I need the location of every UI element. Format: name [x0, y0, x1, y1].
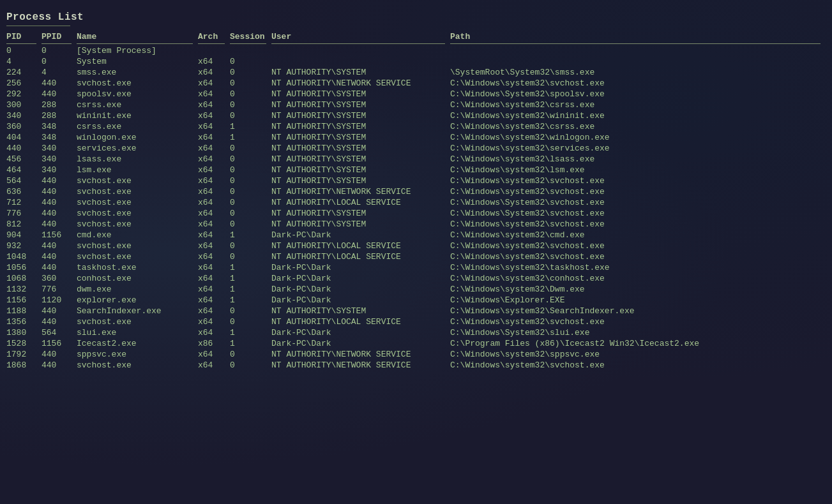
cell-ppid: 440 [42, 316, 77, 327]
cell-user: NT AUTHORITY\NETWORK SERVICE [271, 349, 450, 360]
title-divider [6, 26, 70, 26]
cell-arch: x64 [198, 284, 230, 295]
cell-pid: 1792 [6, 349, 42, 360]
cell-user: NT AUTHORITY\SYSTEM [271, 143, 450, 154]
cell-name: winlogon.exe [77, 132, 198, 143]
cell-path: C:\Windows\system32\svchost.exe [450, 241, 826, 251]
table-row: 1068360conhost.exex641Dark-PC\DarkC:\Win… [6, 273, 826, 284]
cell-arch: x64 [198, 360, 230, 371]
cell-ppid: 440 [42, 78, 77, 89]
col-header-ppid: PPID [42, 31, 77, 45]
cell-user: NT AUTHORITY\SYSTEM [271, 154, 450, 165]
cell-ppid: 440 [42, 186, 77, 197]
cell-ppid: 340 [42, 165, 77, 175]
table-row: 1380564slui.exex641Dark-PC\DarkC:\Window… [6, 327, 826, 338]
cell-user: NT AUTHORITY\NETWORK SERVICE [271, 360, 450, 371]
cell-name: spoolsv.exe [77, 89, 198, 100]
cell-pid: 404 [6, 132, 42, 143]
cell-path: C:\Windows\system32\SearchIndexer.exe [450, 306, 826, 316]
cell-session [230, 45, 271, 56]
cell-ppid: 440 [42, 208, 77, 219]
col-header-pid: PID [6, 31, 42, 45]
cell-pid: 224 [6, 67, 42, 78]
cell-path: C:\Windows\system32\winlogon.exe [450, 132, 826, 143]
cell-arch: x64 [198, 154, 230, 165]
cell-name: cmd.exe [77, 230, 198, 241]
table-row: 9041156cmd.exex641Dark-PC\DarkC:\Windows… [6, 230, 826, 241]
cell-path [450, 56, 826, 67]
cell-user: Dark-PC\Dark [271, 284, 450, 295]
cell-user [271, 45, 450, 56]
cell-session: 0 [230, 251, 271, 262]
table-row: 1132776dwm.exex641Dark-PC\DarkC:\Windows… [6, 284, 826, 295]
cell-session: 0 [230, 219, 271, 230]
cell-name: dwm.exe [77, 284, 198, 295]
cell-session: 0 [230, 360, 271, 371]
cell-name: svchost.exe [77, 78, 198, 89]
cell-pid: 1132 [6, 284, 42, 295]
cell-ppid: 440 [42, 262, 77, 273]
cell-arch: x64 [198, 56, 230, 67]
cell-user: NT AUTHORITY\LOCAL SERVICE [271, 316, 450, 327]
cell-session: 1 [230, 262, 271, 273]
cell-user: NT AUTHORITY\SYSTEM [271, 219, 450, 230]
cell-ppid: 340 [42, 143, 77, 154]
cell-user: NT AUTHORITY\NETWORK SERVICE [271, 186, 450, 197]
cell-name: System [77, 56, 198, 67]
cell-user: NT AUTHORITY\SYSTEM [271, 165, 450, 175]
cell-path: C:\Windows\system32\lsm.exe [450, 165, 826, 175]
cell-path: C:\Windows\system32\svchost.exe [450, 219, 826, 230]
col-header-user: User [271, 31, 450, 45]
cell-pid: 4 [6, 56, 42, 67]
cell-pid: 256 [6, 78, 42, 89]
cell-path: C:\Windows\Explorer.EXE [450, 295, 826, 306]
cell-session: 0 [230, 89, 271, 100]
cell-name: svchost.exe [77, 241, 198, 251]
table-row: 11561120explorer.exex641Dark-PC\DarkC:\W… [6, 295, 826, 306]
cell-path: C:\Windows\system32\svchost.exe [450, 360, 826, 371]
cell-arch: x64 [198, 208, 230, 219]
cell-ppid: 288 [42, 110, 77, 121]
cell-session: 0 [230, 306, 271, 316]
cell-pid: 1056 [6, 262, 42, 273]
cell-ppid: 440 [42, 360, 77, 371]
cell-name: SearchIndexer.exe [77, 306, 198, 316]
cell-name: csrss.exe [77, 100, 198, 110]
cell-user [271, 56, 450, 67]
cell-pid: 776 [6, 208, 42, 219]
cell-name: sppsvc.exe [77, 349, 198, 360]
cell-path [450, 45, 826, 56]
cell-arch: x64 [198, 121, 230, 132]
cell-arch: x64 [198, 241, 230, 251]
cell-session: 1 [230, 273, 271, 284]
cell-arch: x64 [198, 78, 230, 89]
table-row: 2244smss.exex640NT AUTHORITY\SYSTEM\Syst… [6, 67, 826, 78]
col-header-session: Session [230, 31, 271, 45]
cell-pid: 712 [6, 197, 42, 208]
cell-pid: 1356 [6, 316, 42, 327]
cell-arch: x64 [198, 306, 230, 316]
cell-arch [198, 45, 230, 56]
cell-session: 1 [230, 132, 271, 143]
cell-session: 0 [230, 165, 271, 175]
cell-user: NT AUTHORITY\LOCAL SERVICE [271, 251, 450, 262]
cell-session: 0 [230, 186, 271, 197]
cell-user: Dark-PC\Dark [271, 338, 450, 349]
cell-pid: 292 [6, 89, 42, 100]
cell-pid: 904 [6, 230, 42, 241]
cell-pid: 1188 [6, 306, 42, 316]
cell-arch: x64 [198, 132, 230, 143]
cell-name: [System Process] [77, 45, 198, 56]
cell-user: Dark-PC\Dark [271, 262, 450, 273]
cell-ppid: 440 [42, 306, 77, 316]
cell-session: 1 [230, 338, 271, 349]
cell-name: services.exe [77, 143, 198, 154]
cell-ppid: 0 [42, 56, 77, 67]
cell-ppid: 440 [42, 251, 77, 262]
cell-name: svchost.exe [77, 208, 198, 219]
cell-ppid: 1156 [42, 338, 77, 349]
cell-arch: x64 [198, 262, 230, 273]
cell-name: wininit.exe [77, 110, 198, 121]
cell-path: C:\Windows\System32\slui.exe [450, 327, 826, 338]
col-header-path: Path [450, 31, 826, 45]
